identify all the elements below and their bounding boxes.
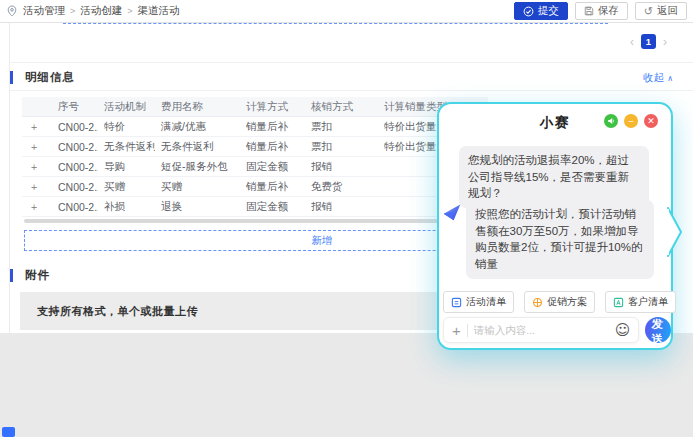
submit-button[interactable]: 提交 — [514, 2, 568, 20]
back-arrow-icon: ↺ — [644, 6, 653, 17]
add-row-label: 新增 — [312, 234, 333, 248]
cell-writeoff-method: 免费货 — [305, 180, 378, 194]
breadcrumb-item-channel-activity[interactable]: 渠道活动 — [138, 4, 180, 18]
pagination: ‹ 1 › — [630, 34, 667, 49]
cell-fee-name: 无条件返利 — [155, 140, 240, 154]
customer-icon — [613, 297, 624, 308]
cell-mechanism: 无条件返利 — [98, 140, 155, 154]
cell-fee-name: 买赠 — [155, 180, 240, 194]
cell-mechanism: 买赠 — [98, 180, 155, 194]
minimize-button[interactable]: – — [624, 114, 638, 128]
voice-button[interactable] — [604, 114, 618, 128]
table-row: + CN00-2... 买赠 买赠 销量后补 免费货 — [22, 177, 488, 197]
pagination-current-page[interactable]: 1 — [641, 34, 656, 49]
cell-mechanism: 补损 — [98, 200, 155, 214]
table-row: + CN00-2... 补损 退换 固定金额 报销 — [22, 197, 488, 217]
chevron-up-icon: ∧ — [667, 74, 673, 83]
save-button[interactable]: 保存 — [575, 2, 628, 20]
chip-label: 客户清单 — [628, 295, 668, 309]
quick-action-chips: 活动清单 促销方案 客户清单 — [443, 291, 676, 313]
toolbar-actions: 提交 保存 ↺ 返回 — [514, 2, 687, 20]
cell-seq: CN00-2... — [52, 121, 98, 133]
back-label: 返回 — [657, 4, 678, 18]
chat-window-controls: – ✕ — [604, 114, 658, 128]
attachment-section-title: 附件 — [25, 268, 50, 283]
table-header-row: 序号 活动机制 费用名称 计算方式 核销方式 计算销量类型 — [22, 97, 488, 117]
cell-fee-name: 短促-服务外包 — [155, 160, 240, 174]
input-divider — [467, 324, 468, 337]
chat-input-box[interactable]: + ☺ — [443, 317, 639, 343]
header-mechanism: 活动机制 — [98, 100, 155, 114]
cell-fee-name: 满减/优惠 — [155, 120, 240, 134]
breadcrumb-separator: > — [127, 6, 132, 16]
chip-customer-list[interactable]: 客户清单 — [605, 291, 676, 313]
close-button[interactable]: ✕ — [644, 114, 658, 128]
collapse-label: 收起 — [643, 71, 664, 85]
topbar: 活动管理 > 活动创建 > 渠道活动 提交 保存 ↺ 返回 — [0, 0, 693, 23]
detail-table: 序号 活动机制 费用名称 计算方式 核销方式 计算销量类型 + CN00-2..… — [22, 97, 488, 217]
cell-writeoff-method: 报销 — [305, 200, 378, 214]
chat-popup: 小赛 – ✕ 您规划的活动退损率20%，超过公司指导线15%，是否需要重新规划？… — [437, 102, 673, 350]
cell-calc-method: 固定金额 — [240, 160, 305, 174]
speaker-icon — [607, 117, 615, 125]
chip-activity-list[interactable]: 活动清单 — [443, 291, 514, 313]
row-expand-button[interactable]: + — [22, 121, 52, 133]
page: { "topbar": { "breadcrumb": { "items": [… — [0, 0, 693, 437]
chat-launcher-icon[interactable] — [2, 427, 15, 437]
breadcrumb: 活动管理 > 活动创建 > 渠道活动 — [6, 4, 180, 18]
breadcrumb-item-activity-management[interactable]: 活动管理 — [23, 4, 65, 18]
back-button[interactable]: ↺ 返回 — [635, 2, 687, 20]
header-writeoff-method: 核销方式 — [305, 100, 378, 114]
cell-calc-method: 销量后补 — [240, 120, 305, 134]
emoji-icon[interactable]: ☺ — [615, 323, 631, 338]
chat-bubble-tail — [663, 204, 685, 260]
chip-label: 活动清单 — [466, 295, 506, 309]
highlight-dashed-line — [63, 23, 608, 24]
chat-message: 按照您的活动计划，预计活动销售额在30万至50万，如果增加导购员数量2位，预计可… — [466, 200, 654, 279]
save-label: 保存 — [598, 4, 619, 18]
location-pin-icon — [6, 5, 18, 17]
document-icon — [451, 297, 462, 308]
breadcrumb-separator: > — [70, 6, 75, 16]
row-expand-button[interactable]: + — [22, 201, 52, 213]
cell-writeoff-method: 票扣 — [305, 140, 378, 154]
attach-plus-icon[interactable]: + — [452, 323, 461, 338]
promo-icon — [532, 297, 543, 308]
row-expand-button[interactable]: + — [22, 181, 52, 193]
close-icon: ✕ — [647, 117, 655, 126]
table-row: + CN00-2... 无条件返利 无条件返利 销量后补 票扣 特价出货量 — [22, 137, 488, 157]
cell-calc-method: 固定金额 — [240, 200, 305, 214]
collapse-link[interactable]: 收起 ∧ — [643, 71, 673, 85]
chip-promo-plan[interactable]: 促销方案 — [524, 291, 595, 313]
pagination-prev-icon[interactable]: ‹ — [630, 35, 634, 49]
detail-section-title: 明细信息 — [25, 70, 75, 85]
header-calc-method: 计算方式 — [240, 100, 305, 114]
row-expand-button[interactable]: + — [22, 161, 52, 173]
message-input[interactable] — [474, 324, 609, 336]
breadcrumb-item-activity-create[interactable]: 活动创建 — [80, 4, 122, 18]
minimize-icon: – — [628, 117, 633, 126]
detail-section-header: 明细信息 — [10, 70, 75, 85]
table-row: + CN00-2... 特价 满减/优惠 销量后补 票扣 特价出货量 — [22, 117, 488, 137]
cell-seq: CN00-2... — [52, 161, 98, 173]
cell-writeoff-method: 报销 — [305, 160, 378, 174]
assistant-avatar — [442, 202, 462, 222]
header-seq: 序号 — [52, 100, 98, 114]
pagination-next-icon[interactable]: › — [663, 35, 667, 49]
upload-hint-text: 支持所有格式，单个或批量上传 — [37, 304, 198, 319]
cell-fee-name: 退换 — [155, 200, 240, 214]
send-button[interactable]: 发送 — [645, 317, 671, 343]
section-accent-bar — [10, 71, 13, 84]
table-row: + CN00-2... 导购 短促-服务外包 固定金额 报销 — [22, 157, 488, 177]
chip-label: 促销方案 — [547, 295, 587, 309]
chat-input-row: + ☺ 发送 — [443, 317, 671, 343]
cell-calc-method: 销量后补 — [240, 140, 305, 154]
cell-mechanism: 导购 — [98, 160, 155, 174]
submit-label: 提交 — [538, 4, 559, 18]
cell-calc-method: 销量后补 — [240, 180, 305, 194]
attachment-section-header: 附件 — [10, 268, 50, 283]
cell-seq: CN00-2... — [52, 201, 98, 213]
check-circle-icon — [523, 6, 534, 17]
row-expand-button[interactable]: + — [22, 141, 52, 153]
section-divider — [10, 62, 693, 63]
